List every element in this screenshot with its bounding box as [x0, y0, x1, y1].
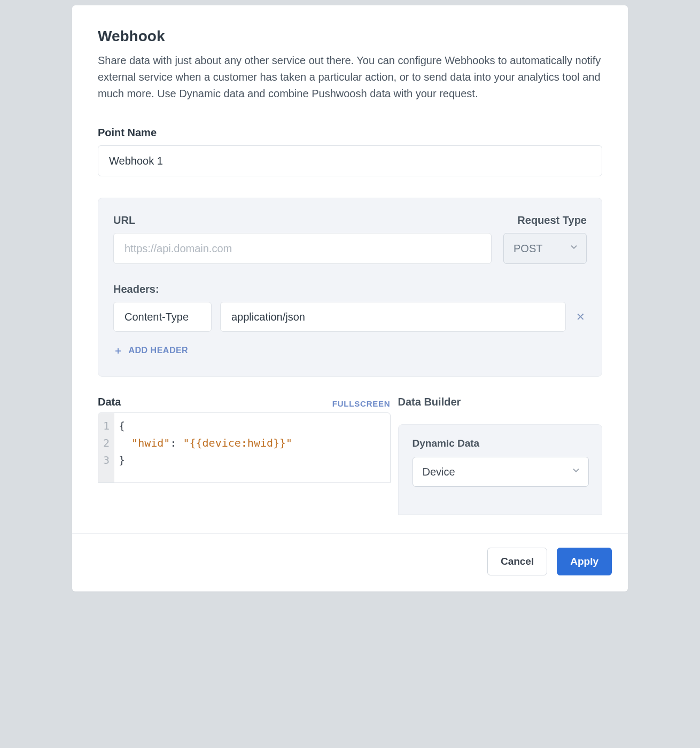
cancel-button[interactable]: Cancel — [487, 548, 547, 575]
request-panel: URL Request Type POST Headers: — [98, 198, 602, 377]
chevron-down-icon — [569, 243, 579, 255]
request-type-select[interactable]: POST — [503, 233, 587, 264]
fullscreen-button[interactable]: FULLSCREEN — [332, 399, 391, 408]
page-title: Webhook — [98, 28, 602, 45]
add-header-button[interactable]: ＋ ADD HEADER — [113, 346, 188, 355]
header-value-input[interactable] — [220, 302, 566, 332]
dialog-footer: Cancel Apply — [72, 533, 628, 591]
json-editor[interactable]: 1 2 3 { "hwid": "{{device:hwid}}" } — [98, 412, 391, 483]
headers-label: Headers: — [113, 283, 587, 295]
request-type-label: Request Type — [503, 214, 587, 227]
dynamic-data-select[interactable]: Device — [413, 457, 589, 487]
dynamic-data-label: Dynamic Data — [413, 438, 589, 449]
data-builder-heading: Data Builder — [398, 396, 602, 408]
header-key-input[interactable] — [113, 302, 212, 332]
add-header-label: ADD HEADER — [129, 346, 189, 355]
url-input[interactable] — [113, 233, 492, 264]
header-row: ✕ — [113, 302, 587, 332]
webhook-config-card: Webhook Share data with just about any o… — [72, 5, 628, 591]
request-type-value: POST — [514, 243, 542, 255]
page-description: Share data with just about any other ser… — [98, 52, 602, 102]
dynamic-data-value: Device — [423, 466, 455, 478]
editor-gutter: 1 2 3 — [98, 413, 114, 482]
remove-header-icon[interactable]: ✕ — [574, 308, 587, 325]
data-builder-panel: Dynamic Data Device — [398, 424, 602, 515]
point-name-label: Point Name — [98, 127, 602, 139]
url-label: URL — [113, 214, 492, 227]
plus-icon: ＋ — [113, 346, 123, 355]
data-label: Data — [98, 396, 121, 408]
point-name-input[interactable] — [98, 145, 602, 176]
chevron-down-icon — [571, 466, 581, 478]
apply-button[interactable]: Apply — [557, 548, 612, 575]
editor-code: { "hwid": "{{device:hwid}}" } — [114, 413, 390, 482]
